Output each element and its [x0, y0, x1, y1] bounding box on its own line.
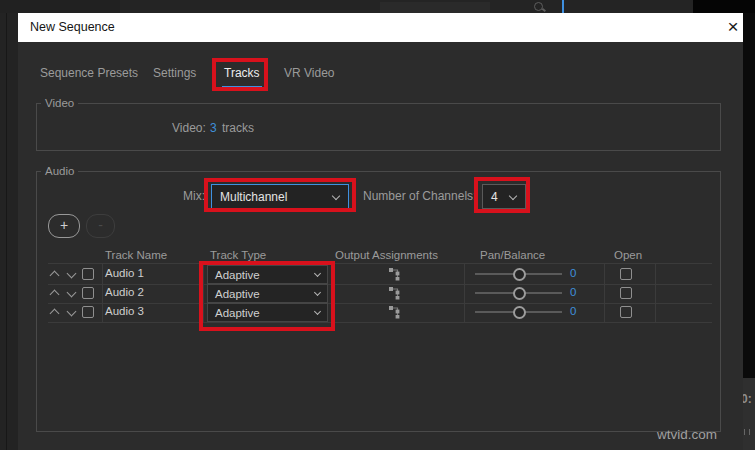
video-tracks-suffix: tracks [222, 121, 254, 135]
output-assignments-icon[interactable] [388, 285, 403, 300]
table-row: Audio 3 Adaptive 0 [48, 303, 712, 322]
track-name[interactable]: Audio 1 [105, 267, 144, 279]
move-track-up-icon[interactable] [50, 309, 60, 319]
video-tracks-label: Video: [172, 121, 206, 135]
video-group-legend: Video [41, 97, 78, 109]
pan-slider-knob[interactable] [513, 306, 526, 319]
remove-track-button: - [86, 214, 115, 238]
move-track-down-icon[interactable] [67, 269, 77, 279]
table-grid-line [48, 322, 712, 323]
table-row: Audio 1 Adaptive 0 [48, 265, 712, 284]
search-icon [534, 2, 543, 11]
track-name[interactable]: Audio 2 [105, 286, 144, 298]
output-assignments-icon[interactable] [388, 304, 403, 319]
audio-group-legend: Audio [41, 165, 78, 177]
highlight-box-channels-dropdown [474, 177, 530, 213]
open-checkbox[interactable] [620, 287, 632, 299]
col-header-track-type: Track Type [210, 249, 266, 261]
channels-label: Number of Channels: [363, 189, 476, 203]
tab-vr-video[interactable]: VR Video [284, 66, 334, 80]
track-name[interactable]: Audio 3 [105, 305, 144, 317]
move-track-up-icon[interactable] [50, 271, 60, 281]
track-select-checkbox[interactable] [82, 287, 94, 299]
col-header-open: Open [614, 249, 642, 261]
tab-settings[interactable]: Settings [153, 66, 196, 80]
add-track-button[interactable]: + [48, 214, 80, 238]
background-dark-area [693, 0, 755, 13]
pan-slider-knob[interactable] [513, 268, 526, 281]
pan-value[interactable]: 0 [570, 267, 576, 279]
video-groupbox: Video [36, 103, 721, 151]
open-checkbox[interactable] [620, 306, 632, 318]
col-header-pan-balance: Pan/Balance [480, 249, 545, 261]
pan-value[interactable]: 0 [570, 305, 576, 317]
timeline-tick [749, 429, 750, 435]
timeline-tick [744, 429, 745, 435]
col-header-output-assignments: Output Assignments [335, 249, 438, 261]
background-left-panel [0, 13, 18, 450]
tab-sequence-presets[interactable]: Sequence Presets [40, 66, 138, 80]
mix-label: Mix: [150, 189, 205, 203]
move-track-down-icon[interactable] [67, 307, 77, 317]
track-select-checkbox[interactable] [82, 268, 94, 280]
move-track-down-icon[interactable] [67, 288, 77, 298]
background-toolbar-segment [380, 2, 490, 13]
background-panel-divider [6, 13, 7, 450]
table-grid-line [48, 263, 712, 264]
move-track-up-icon[interactable] [50, 290, 60, 300]
screen: 0: New Sequence × Sequence Presets Setti… [0, 0, 755, 450]
pan-value[interactable]: 0 [570, 286, 576, 298]
open-checkbox[interactable] [620, 268, 632, 280]
table-row: Audio 2 Adaptive 0 [48, 284, 712, 303]
highlight-box-mix-dropdown [204, 178, 356, 212]
highlight-box-tracks-tab [212, 58, 268, 91]
dialog-titlebar [18, 13, 743, 42]
output-assignments-icon[interactable] [388, 266, 403, 281]
video-tracks-value[interactable]: 3 [210, 121, 217, 135]
background-toolbar-segment [0, 0, 120, 13]
track-select-checkbox[interactable] [82, 306, 94, 318]
highlight-box-track-type-column [199, 261, 335, 331]
pan-slider-knob[interactable] [513, 287, 526, 300]
close-icon[interactable]: × [722, 15, 744, 39]
dialog-title: New Sequence [30, 20, 115, 34]
col-header-track-name: Track Name [105, 249, 167, 261]
watermark: wtvid.com [657, 427, 717, 442]
background-caret-line [562, 0, 564, 13]
